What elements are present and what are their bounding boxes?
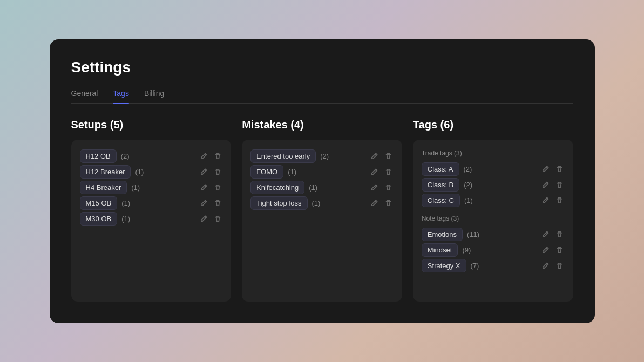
row-actions bbox=[199, 182, 222, 192]
tag-item: M15 OB (1) bbox=[80, 196, 131, 210]
tag-badge: H4 Breaker bbox=[80, 181, 127, 194]
trash-icon[interactable] bbox=[555, 261, 565, 270]
edit-icon[interactable] bbox=[541, 245, 551, 255]
tag-item: H4 Breaker (1) bbox=[80, 181, 140, 194]
trash-icon[interactable] bbox=[555, 195, 565, 205]
tag-badge: Class: B bbox=[422, 178, 459, 192]
tag-count: (1) bbox=[309, 183, 317, 192]
row-actions bbox=[370, 151, 394, 161]
trash-icon[interactable] bbox=[384, 198, 394, 208]
tag-count: (1) bbox=[121, 199, 130, 207]
tag-badge: Class: A bbox=[422, 162, 459, 176]
tag-badge: M30 OB bbox=[80, 212, 118, 226]
tag-badge: H12 Breaker bbox=[80, 165, 131, 179]
trash-icon[interactable] bbox=[384, 167, 394, 176]
row-actions bbox=[541, 180, 565, 189]
edit-icon[interactable] bbox=[541, 164, 551, 174]
note-tags-section-label: Note tags (3) bbox=[422, 215, 565, 222]
tag-item: Class: C (1) bbox=[422, 194, 473, 207]
edit-icon[interactable] bbox=[199, 151, 208, 161]
tab-general[interactable]: General bbox=[71, 89, 98, 103]
tag-item: FOMO (1) bbox=[250, 165, 296, 179]
settings-panel: Settings General Tags Billing Setups (5)… bbox=[50, 39, 595, 323]
tag-badge: M15 OB bbox=[80, 196, 118, 210]
tabs-nav: General Tags Billing bbox=[71, 89, 573, 104]
row-actions bbox=[199, 151, 222, 161]
edit-icon[interactable] bbox=[370, 198, 379, 208]
row-actions bbox=[370, 167, 394, 176]
tag-count: (1) bbox=[288, 168, 296, 176]
tag-badge: Mindset bbox=[422, 243, 458, 257]
table-row: Class: B (2) bbox=[422, 178, 565, 192]
table-row: M15 OB (1) bbox=[80, 196, 223, 210]
table-row: Class: A (2) bbox=[422, 162, 565, 176]
edit-icon[interactable] bbox=[199, 198, 208, 208]
row-actions bbox=[541, 261, 565, 270]
columns-container: Setups (5) H12 OB (2) bbox=[71, 119, 573, 302]
edit-icon[interactable] bbox=[370, 167, 379, 176]
trash-icon[interactable] bbox=[213, 151, 222, 161]
mistakes-box: Entered too early (2) FOMO bbox=[242, 140, 402, 302]
tag-badge: Emotions bbox=[422, 228, 463, 241]
trash-icon[interactable] bbox=[384, 151, 394, 161]
tab-billing[interactable]: Billing bbox=[144, 89, 164, 103]
tag-item: Mindset (9) bbox=[422, 243, 471, 257]
edit-icon[interactable] bbox=[199, 182, 208, 192]
edit-icon[interactable] bbox=[199, 214, 208, 223]
tag-badge: Strategy X bbox=[422, 259, 466, 272]
mistakes-title: Mistakes (4) bbox=[242, 119, 402, 131]
tag-count: (2) bbox=[320, 152, 329, 160]
tag-count: (1) bbox=[464, 196, 473, 204]
edit-icon[interactable] bbox=[541, 229, 551, 239]
table-row: Mindset (9) bbox=[422, 243, 565, 257]
tag-item: Knifecatching (1) bbox=[250, 181, 317, 194]
trash-icon[interactable] bbox=[213, 167, 222, 176]
tag-item: Class: B (2) bbox=[422, 178, 472, 192]
tag-item: Emotions (11) bbox=[422, 228, 479, 241]
setups-box: H12 OB (2) H12 Breaker bbox=[71, 140, 232, 302]
table-row: H4 Breaker (1) bbox=[80, 181, 223, 194]
tags-box: Trade tags (3) Class: A (2) bbox=[413, 140, 573, 302]
edit-icon[interactable] bbox=[370, 182, 379, 192]
edit-icon[interactable] bbox=[541, 180, 551, 189]
tag-count: (1) bbox=[135, 168, 144, 176]
trash-icon[interactable] bbox=[555, 229, 565, 239]
row-actions bbox=[370, 198, 394, 208]
row-actions bbox=[541, 229, 565, 239]
tag-count: (1) bbox=[131, 183, 140, 192]
setups-column: Setups (5) H12 OB (2) bbox=[71, 119, 232, 302]
trash-icon[interactable] bbox=[555, 164, 565, 174]
edit-icon[interactable] bbox=[199, 167, 208, 176]
table-row: H12 Breaker (1) bbox=[80, 165, 223, 179]
trash-icon[interactable] bbox=[555, 180, 565, 189]
row-actions bbox=[199, 167, 222, 176]
edit-icon[interactable] bbox=[541, 195, 551, 205]
row-actions bbox=[199, 214, 222, 223]
trash-icon[interactable] bbox=[555, 245, 565, 255]
trash-icon[interactable] bbox=[213, 182, 222, 192]
trade-tags-section-label: Trade tags (3) bbox=[422, 149, 565, 157]
edit-icon[interactable] bbox=[541, 261, 551, 270]
tab-tags[interactable]: Tags bbox=[113, 89, 129, 103]
row-actions bbox=[541, 195, 565, 205]
row-actions bbox=[199, 198, 222, 208]
tag-count: (7) bbox=[471, 262, 479, 270]
trash-icon[interactable] bbox=[213, 198, 222, 208]
mistakes-column: Mistakes (4) Entered too early (2) bbox=[242, 119, 402, 302]
row-actions bbox=[370, 182, 394, 192]
table-row: Emotions (11) bbox=[422, 228, 565, 241]
trash-icon[interactable] bbox=[384, 182, 394, 192]
edit-icon[interactable] bbox=[370, 151, 379, 161]
table-row: M30 OB (1) bbox=[80, 212, 223, 226]
tag-badge: Entered too early bbox=[250, 149, 316, 163]
tag-count: (9) bbox=[462, 246, 471, 254]
table-row: Strategy X (7) bbox=[422, 259, 565, 272]
table-row: Entered too early (2) bbox=[250, 149, 394, 163]
trash-icon[interactable] bbox=[213, 214, 222, 223]
tag-badge: Knifecatching bbox=[250, 181, 304, 194]
tag-item: Class: A (2) bbox=[422, 162, 472, 176]
tag-item: Entered too early (2) bbox=[250, 149, 329, 163]
tag-item: H12 OB (2) bbox=[80, 149, 130, 163]
row-actions bbox=[541, 245, 565, 255]
tag-badge: H12 OB bbox=[80, 149, 117, 163]
